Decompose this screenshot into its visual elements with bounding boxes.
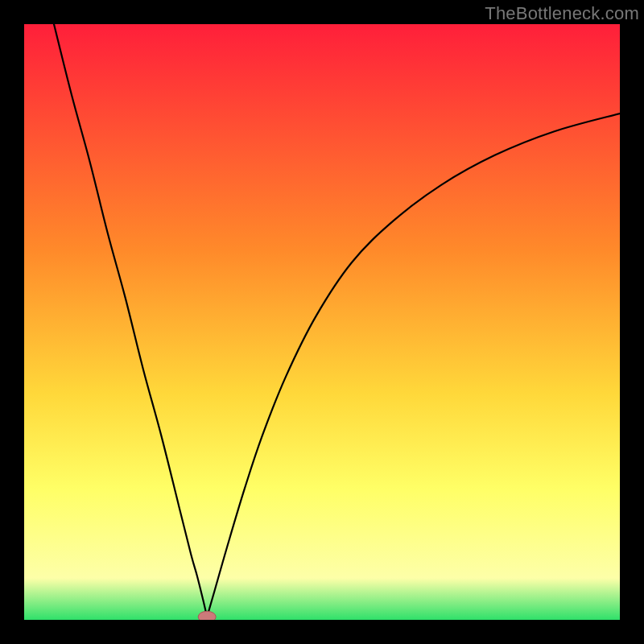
chart-background: [24, 24, 620, 620]
watermark-text: TheBottleneck.com: [485, 3, 639, 24]
chart-svg: [24, 24, 620, 620]
chart-frame: [24, 24, 620, 620]
minimum-marker: [198, 611, 216, 620]
